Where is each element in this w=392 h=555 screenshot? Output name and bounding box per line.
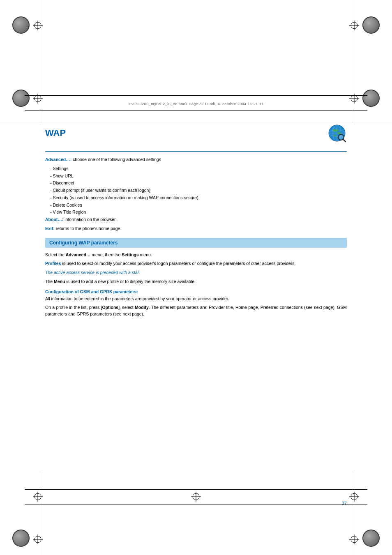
profiles-para: Profiles is used to select or modify you… bbox=[45, 260, 347, 267]
title-divider bbox=[45, 151, 347, 152]
bottom-h-rule-top bbox=[25, 489, 367, 490]
content-area: WAP bbox=[45, 123, 347, 473]
about-text: About…: information on the browser. bbox=[45, 216, 347, 223]
advanced-intro: Advanced…: choose one of the following a… bbox=[45, 157, 347, 163]
bottom-right-crosshair bbox=[349, 492, 359, 502]
bottom-right-gear bbox=[362, 530, 380, 547]
bottom-left-crosshair bbox=[33, 492, 43, 502]
btm-right-corner-ch bbox=[349, 534, 359, 544]
advanced-menu-ref: Advanced… bbox=[66, 252, 91, 257]
bottom-center-crosshair bbox=[191, 492, 201, 502]
list-item-security: Security (is used to access information … bbox=[45, 195, 347, 201]
gsm-para1: All information to be entered in the par… bbox=[45, 296, 347, 302]
top-left-gear bbox=[12, 16, 30, 34]
menu-para: The Menu is used to add a new profile or… bbox=[45, 279, 347, 285]
bottom-v-rule-right bbox=[352, 473, 352, 555]
bottom-h-rule-bottom bbox=[25, 504, 367, 504]
bottom-marks bbox=[0, 473, 392, 555]
svg-line-19 bbox=[343, 139, 346, 142]
list-item-settings: Settings bbox=[45, 166, 347, 172]
configuring-section-bar: Configuring WAP parameters bbox=[45, 238, 347, 248]
gsm-heading: Configuration of GSM and GPRS parameters… bbox=[45, 289, 347, 294]
globe-icon bbox=[327, 123, 347, 143]
v-rule-left bbox=[40, 0, 40, 123]
svg-point-20 bbox=[339, 135, 343, 139]
btm-left-corner-ch bbox=[33, 534, 43, 544]
print-info: 251729200_myC5-2_lu_en.book Page 37 Lund… bbox=[41, 102, 351, 106]
bottom-v-rule-left bbox=[40, 473, 40, 555]
list-item-disconnect: Disconnect bbox=[45, 180, 347, 187]
bottom-right-gear-top bbox=[362, 90, 380, 107]
list-item-delete-cookies: Delete Cookies bbox=[45, 202, 347, 209]
bottom-left-gear bbox=[12, 530, 30, 547]
wap-title-row: WAP bbox=[45, 123, 347, 145]
list-item-circuit-prompt: Circuit prompt (if user wants to confirm… bbox=[45, 187, 347, 194]
list-item-view-title: View Title Region bbox=[45, 209, 347, 216]
page-container: 251729200_myC5-2_lu_en.book Page 37 Lund… bbox=[0, 0, 392, 555]
exit-text: Exit: returns to the phone's home page. bbox=[45, 226, 347, 232]
v-rule-right bbox=[352, 0, 352, 123]
italic-para: The active access service is preceded wi… bbox=[45, 269, 347, 276]
gsm-para2: On a profile in the list, press [Options… bbox=[45, 304, 347, 318]
top-right-gear bbox=[362, 16, 380, 34]
top-right-crosshair bbox=[349, 21, 359, 30]
h-rule-bottom bbox=[25, 110, 367, 111]
settings-menu-ref: Settings bbox=[122, 252, 138, 257]
list-item-show-url: Show URL bbox=[45, 173, 347, 180]
config-para1: Select the Advanced… menu, then the Sett… bbox=[45, 252, 347, 258]
advanced-label: Advanced…: bbox=[45, 157, 71, 162]
bottom-left-gear-top bbox=[12, 90, 30, 107]
wap-title-text: WAP bbox=[45, 128, 66, 138]
printer-marks-area: 251729200_myC5-2_lu_en.book Page 37 Lund… bbox=[0, 0, 392, 123]
top-left-crosshair bbox=[33, 21, 43, 30]
h-rule-top bbox=[25, 95, 367, 96]
